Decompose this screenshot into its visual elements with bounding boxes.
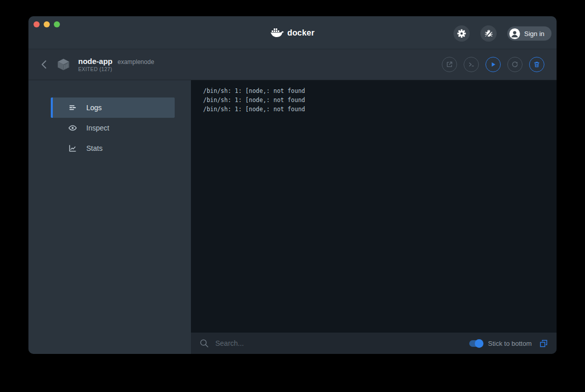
stick-to-bottom-label: Stick to bottom (488, 340, 532, 347)
search-input[interactable] (215, 339, 469, 347)
close-window-button[interactable] (34, 21, 40, 27)
copy-logs-button[interactable] (539, 339, 548, 348)
logs-toolbar: Stick to bottom (191, 333, 557, 354)
restart-container-button[interactable] (507, 57, 523, 72)
troubleshoot-button[interactable] (480, 25, 497, 42)
log-output[interactable]: /bin/sh: 1: [node,: not found /bin/sh: 1… (191, 80, 557, 333)
log-line: /bin/sh: 1: [node,: not found (203, 95, 557, 105)
delete-container-button[interactable] (529, 57, 544, 72)
docker-desktop-window: docker (28, 16, 557, 354)
external-link-icon (446, 61, 453, 68)
top-bar: docker (28, 16, 557, 49)
zoom-window-button[interactable] (54, 21, 60, 27)
sign-in-label: Sign in (524, 30, 544, 38)
terminal-icon (468, 61, 475, 68)
trash-icon (533, 61, 540, 68)
play-icon (490, 61, 497, 68)
docker-wordmark: docker (287, 28, 315, 38)
container-title-block: node-app examplenode EXITED (127) (78, 57, 154, 72)
container-header: node-app examplenode EXITED (127) (28, 49, 557, 80)
tab-logs-label: Logs (86, 104, 102, 112)
logs-panel: /bin/sh: 1: [node,: not found /bin/sh: 1… (191, 80, 557, 354)
sign-in-button[interactable]: Sign in (507, 26, 551, 41)
log-line: /bin/sh: 1: [node,: not found (203, 86, 557, 95)
gear-icon (457, 28, 467, 39)
log-line: /bin/sh: 1: [node,: not found (203, 105, 557, 114)
minimize-window-button[interactable] (44, 21, 50, 27)
toggle-knob (475, 339, 483, 348)
search-icon (199, 338, 209, 348)
image-name: examplenode (118, 58, 154, 66)
container-name: node-app (78, 57, 113, 66)
logs-icon (68, 103, 77, 112)
tab-stats[interactable]: Stats (51, 138, 175, 158)
tab-inspect[interactable]: Inspect (51, 118, 175, 138)
settings-button[interactable] (453, 25, 470, 42)
container-status: EXITED (127) (78, 67, 154, 72)
back-button[interactable] (38, 57, 51, 72)
docker-logo: docker (271, 28, 315, 38)
open-in-browser-button[interactable] (442, 57, 457, 72)
tab-inspect-label: Inspect (86, 124, 109, 132)
copy-icon (539, 339, 548, 348)
chevron-left-icon (40, 59, 49, 70)
window-controls (34, 21, 60, 27)
tab-stats-label: Stats (86, 144, 103, 152)
container-sidebar: Logs Inspect Stats (28, 80, 191, 354)
start-container-button[interactable] (485, 57, 501, 72)
bug-icon (484, 29, 494, 39)
docker-whale-icon (271, 28, 284, 38)
open-terminal-button[interactable] (464, 57, 479, 72)
container-actions (442, 57, 544, 72)
top-bar-actions: Sign in (453, 25, 551, 42)
stick-to-bottom-toggle[interactable] (469, 340, 483, 347)
eye-icon (68, 123, 77, 133)
content-area: Logs Inspect Stats (28, 80, 557, 354)
tab-logs[interactable]: Logs (51, 97, 175, 118)
container-cube-icon (56, 57, 71, 72)
restart-icon (511, 61, 518, 68)
user-avatar-icon (509, 28, 520, 39)
chart-icon (68, 144, 77, 153)
